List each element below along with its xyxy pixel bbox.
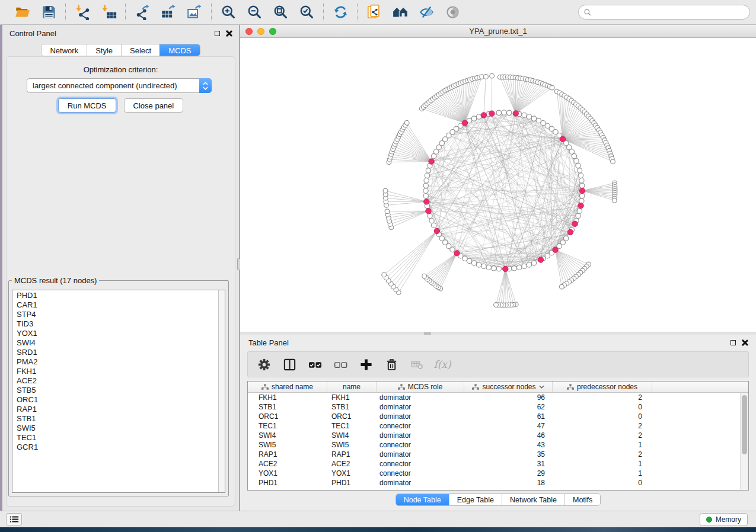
graph-satellite-node[interactable] xyxy=(559,284,564,289)
graph-node[interactable] xyxy=(486,265,491,270)
graph-node[interactable] xyxy=(569,149,574,154)
tab-motifs[interactable]: Motifs xyxy=(564,494,600,505)
table-row[interactable]: YOX1YOX1connector291 xyxy=(248,469,740,478)
graph-node[interactable] xyxy=(580,183,585,188)
graph-node[interactable] xyxy=(506,110,511,115)
graph-node[interactable] xyxy=(512,266,516,271)
graph-node[interactable] xyxy=(574,158,579,163)
graph-dominator-node[interactable] xyxy=(481,113,486,118)
graph-node[interactable] xyxy=(496,267,501,271)
graph-node[interactable] xyxy=(423,193,428,198)
graph-node[interactable] xyxy=(522,264,527,268)
graph-dominator-node[interactable] xyxy=(454,251,460,256)
tab-network-table[interactable]: Network Table xyxy=(502,494,564,505)
column-mcds-role[interactable]: MCDS role xyxy=(377,382,464,392)
graph-satellite-node[interactable] xyxy=(383,188,388,193)
hide-selected-icon[interactable] xyxy=(417,4,435,21)
table-row[interactable]: SWI5SWI5connector431 xyxy=(248,440,740,450)
tab-style[interactable]: Style xyxy=(87,44,121,56)
zoom-selected-icon[interactable] xyxy=(298,4,315,21)
zoom-out-icon[interactable] xyxy=(245,4,263,21)
graph-satellite-node[interactable] xyxy=(550,85,554,90)
graph-satellite-node[interactable] xyxy=(404,120,409,125)
run-mcds-button[interactable]: Run MCDS xyxy=(58,98,116,113)
close-table-panel-icon[interactable] xyxy=(741,339,748,346)
graph-node[interactable] xyxy=(471,116,476,121)
graph-satellite-node[interactable] xyxy=(385,209,390,214)
show-column-icon[interactable] xyxy=(282,357,297,372)
graph-dominator-node[interactable] xyxy=(424,199,429,204)
graph-dominator-node[interactable] xyxy=(462,120,467,126)
zoom-in-icon[interactable] xyxy=(219,4,237,21)
mcds-result-item[interactable]: GCR1 xyxy=(12,443,218,452)
graph-satellite-node[interactable] xyxy=(422,274,427,278)
settings-icon[interactable] xyxy=(256,357,272,372)
mcds-result-item[interactable]: PMA2 xyxy=(12,357,218,367)
search-input[interactable] xyxy=(592,8,745,17)
mcds-result-item[interactable]: SRD1 xyxy=(12,348,218,357)
graph-node[interactable] xyxy=(531,261,536,265)
graph-dominator-node[interactable] xyxy=(572,221,578,226)
search-box[interactable] xyxy=(578,5,750,20)
graph-node[interactable] xyxy=(517,265,522,270)
graph-node[interactable] xyxy=(522,113,527,117)
table-row[interactable]: FKH1FKH1dominator962 xyxy=(248,393,740,402)
memory-button[interactable]: Memory xyxy=(700,513,748,526)
table-row[interactable]: ACE2ACE2connector311 xyxy=(248,459,740,469)
graph-dominator-node[interactable] xyxy=(567,229,573,235)
table-scrollbar-thumb[interactable] xyxy=(742,395,747,454)
table-row[interactable]: RAP1RAP1dominator352 xyxy=(248,450,740,459)
table-scrollbar[interactable] xyxy=(740,393,748,490)
graph-node[interactable] xyxy=(576,163,580,168)
graph-node[interactable] xyxy=(471,261,476,265)
graph-satellite-node[interactable] xyxy=(484,75,489,79)
graph-dominator-node[interactable] xyxy=(538,257,543,262)
column-successor-nodes[interactable]: successor nodes xyxy=(464,382,553,392)
zoom-fit-icon[interactable] xyxy=(272,4,289,21)
graph-dominator-node[interactable] xyxy=(553,247,558,252)
column-shared-name[interactable]: shared name xyxy=(248,382,327,392)
graph-node[interactable] xyxy=(431,153,436,158)
mcds-result-item[interactable]: PHD1 xyxy=(12,291,218,300)
table-row[interactable]: STB1STB1dominator620 xyxy=(248,402,740,412)
close-panel-icon[interactable] xyxy=(225,30,232,37)
graph-dominator-node[interactable] xyxy=(560,136,565,142)
tab-network[interactable]: Network xyxy=(42,44,87,56)
table-row[interactable]: ORC1ORC1dominator610 xyxy=(248,412,740,421)
graph-node[interactable] xyxy=(429,218,434,223)
mcds-list-scrollbar[interactable] xyxy=(218,290,225,492)
graph-node[interactable] xyxy=(467,258,471,263)
mcds-result-item[interactable]: CAR1 xyxy=(12,300,218,310)
graph-dominator-node[interactable] xyxy=(434,228,439,233)
mcds-result-item[interactable]: TID3 xyxy=(12,319,218,329)
tab-select[interactable]: Select xyxy=(121,44,160,56)
table-row[interactable]: TEC1TEC1connector472 xyxy=(248,421,740,431)
network-canvas[interactable] xyxy=(240,38,756,332)
graph-node[interactable] xyxy=(426,168,430,173)
select-all-icon[interactable] xyxy=(307,357,323,372)
graph-node[interactable] xyxy=(536,118,541,123)
import-network-icon[interactable] xyxy=(74,4,91,21)
mcds-result-item[interactable]: ORC1 xyxy=(12,395,218,405)
tab-edge-table[interactable]: Edge Table xyxy=(449,494,502,505)
optimization-criterion-select[interactable]: largest connected component (undirected) xyxy=(27,78,212,93)
graph-node[interactable] xyxy=(425,173,429,178)
graph-dominator-node[interactable] xyxy=(513,111,518,116)
export-table-icon[interactable] xyxy=(160,4,177,21)
mcds-result-item[interactable]: FKH1 xyxy=(12,367,218,376)
graph-dominator-node[interactable] xyxy=(503,266,508,271)
show-all-icon[interactable] xyxy=(444,4,461,21)
graph-node[interactable] xyxy=(577,168,582,173)
graph-node[interactable] xyxy=(431,223,436,227)
graph-dominator-node[interactable] xyxy=(489,111,495,116)
task-history-button[interactable] xyxy=(6,513,22,525)
graph-node[interactable] xyxy=(577,209,582,213)
graph-dominator-node[interactable] xyxy=(429,159,434,164)
mcds-result-item[interactable]: SWI4 xyxy=(12,338,218,348)
float-table-panel-icon[interactable] xyxy=(731,340,736,345)
column-predecessor-nodes[interactable]: predecessor nodes xyxy=(553,382,652,392)
mcds-result-list[interactable]: PHD1CAR1STP4TID3YOX1SWI4SRD1PMA2FKH1ACE2… xyxy=(12,290,225,493)
graph-satellite-node[interactable] xyxy=(494,303,499,307)
graph-satellite-node[interactable] xyxy=(612,198,617,203)
graph-node[interactable] xyxy=(492,266,496,271)
